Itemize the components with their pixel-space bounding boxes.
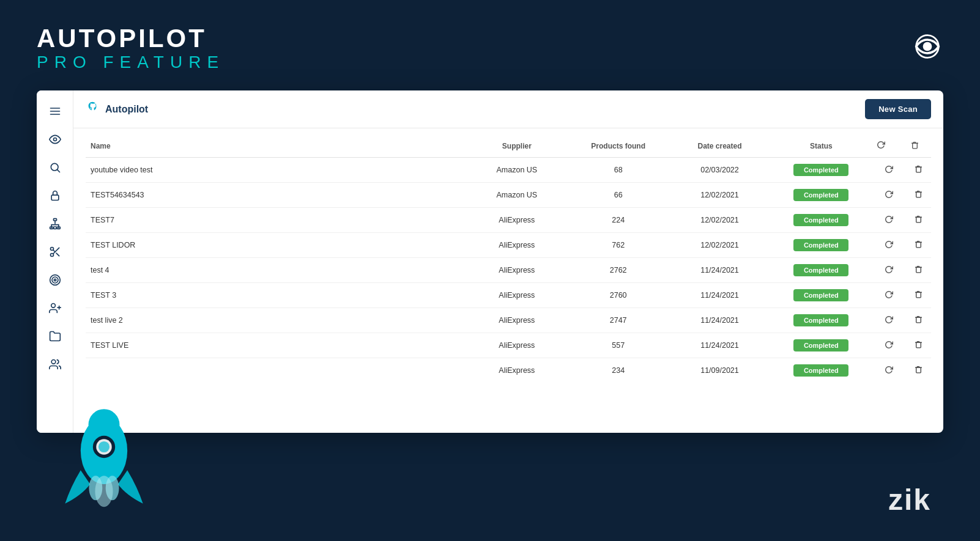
col-header-delete bbox=[906, 134, 932, 158]
sidebar-item-search[interactable] bbox=[42, 155, 69, 180]
col-header-products: Products found bbox=[568, 134, 669, 158]
sidebar-item-scissors[interactable] bbox=[42, 240, 69, 264]
main-content-box: Autopilot New Scan Name Supplier Product… bbox=[37, 90, 943, 433]
cell-refresh[interactable] bbox=[872, 308, 905, 333]
delete-icon[interactable] bbox=[915, 366, 922, 375]
cell-delete[interactable] bbox=[906, 283, 932, 308]
status-badge: Completed bbox=[793, 339, 848, 351]
cell-status: Completed bbox=[770, 358, 872, 383]
refresh-icon[interactable] bbox=[885, 165, 893, 175]
delete-icon[interactable] bbox=[915, 290, 922, 300]
refresh-icon[interactable] bbox=[885, 315, 893, 326]
delete-icon[interactable] bbox=[915, 165, 922, 175]
cell-status: Completed bbox=[770, 233, 872, 258]
sidebar-item-folder[interactable] bbox=[42, 324, 69, 348]
refresh-icon[interactable] bbox=[885, 265, 893, 276]
cell-date: 11/24/2021 bbox=[669, 308, 771, 333]
cell-name: TEST54634543 bbox=[86, 183, 466, 208]
sidebar-item-user-add[interactable] bbox=[42, 296, 69, 320]
cell-supplier: Amazon US bbox=[466, 183, 568, 208]
delete-icon[interactable] bbox=[915, 315, 922, 325]
cell-delete[interactable] bbox=[906, 158, 932, 183]
cell-name: TEST LIVE bbox=[86, 333, 466, 358]
rocket-decoration bbox=[49, 398, 159, 523]
sidebar-item-users[interactable] bbox=[42, 352, 69, 377]
cell-delete[interactable] bbox=[906, 183, 932, 208]
cell-refresh[interactable] bbox=[872, 333, 905, 358]
delete-icon[interactable] bbox=[915, 265, 922, 275]
cell-delete[interactable] bbox=[906, 208, 932, 233]
cell-refresh[interactable] bbox=[872, 283, 905, 308]
refresh-icon[interactable] bbox=[885, 366, 893, 376]
cell-refresh[interactable] bbox=[872, 258, 905, 283]
eye-icon[interactable] bbox=[911, 31, 943, 62]
delete-icon[interactable] bbox=[915, 190, 922, 200]
delete-icon[interactable] bbox=[915, 240, 922, 250]
svg-point-19 bbox=[50, 275, 60, 285]
cell-name: TEST LIDOR bbox=[86, 233, 466, 258]
header-title-main: AUTOPILOT bbox=[37, 24, 225, 53]
status-badge: Completed bbox=[793, 189, 848, 201]
cell-date: 12/02/2021 bbox=[669, 183, 771, 208]
svg-point-27 bbox=[89, 409, 120, 440]
sidebar-item-menu[interactable] bbox=[42, 99, 69, 123]
new-scan-button[interactable]: New Scan bbox=[865, 99, 931, 119]
table-row: AliExpress 234 11/09/2021 Completed bbox=[86, 358, 931, 383]
svg-point-25 bbox=[51, 360, 56, 364]
sidebar bbox=[37, 90, 73, 433]
cell-supplier: Amazon US bbox=[466, 158, 568, 183]
cell-date: 11/24/2021 bbox=[669, 283, 771, 308]
cell-date: 02/03/2022 bbox=[669, 158, 771, 183]
svg-point-6 bbox=[51, 164, 58, 171]
refresh-icon[interactable] bbox=[885, 240, 893, 251]
cell-refresh[interactable] bbox=[872, 358, 905, 383]
sidebar-item-hierarchy[interactable] bbox=[42, 212, 69, 236]
cell-products: 2760 bbox=[568, 283, 669, 308]
table-row: TEST54634543 Amazon US 66 12/02/2021 Com… bbox=[86, 183, 931, 208]
cell-refresh[interactable] bbox=[872, 208, 905, 233]
autopilot-table: Name Supplier Products found Date create… bbox=[86, 134, 931, 383]
status-badge: Completed bbox=[793, 289, 848, 301]
svg-point-1 bbox=[924, 43, 931, 50]
refresh-icon[interactable] bbox=[885, 215, 893, 226]
svg-point-33 bbox=[95, 476, 113, 507]
topbar: Autopilot New Scan bbox=[73, 90, 943, 128]
cell-name: youtube video test bbox=[86, 158, 466, 183]
cell-refresh[interactable] bbox=[872, 158, 905, 183]
cell-delete[interactable] bbox=[906, 233, 932, 258]
table-row: test live 2 AliExpress 2747 11/24/2021 C… bbox=[86, 308, 931, 333]
cell-date: 12/02/2021 bbox=[669, 208, 771, 233]
sidebar-item-eye[interactable] bbox=[42, 127, 69, 152]
cell-status: Completed bbox=[770, 258, 872, 283]
cell-products: 2747 bbox=[568, 308, 669, 333]
sidebar-item-target[interactable] bbox=[42, 268, 69, 292]
cell-delete[interactable] bbox=[906, 333, 932, 358]
cell-refresh[interactable] bbox=[872, 183, 905, 208]
sidebar-item-lock[interactable] bbox=[42, 183, 69, 208]
cell-refresh[interactable] bbox=[872, 233, 905, 258]
cell-date: 11/24/2021 bbox=[669, 258, 771, 283]
autopilot-icon bbox=[86, 101, 99, 117]
svg-point-21 bbox=[54, 279, 56, 281]
cell-supplier: AliExpress bbox=[466, 283, 568, 308]
svg-point-20 bbox=[52, 277, 58, 283]
cell-delete[interactable] bbox=[906, 308, 932, 333]
cell-delete[interactable] bbox=[906, 358, 932, 383]
refresh-icon[interactable] bbox=[885, 190, 893, 201]
cell-supplier: AliExpress bbox=[466, 333, 568, 358]
cell-status: Completed bbox=[770, 308, 872, 333]
cell-delete[interactable] bbox=[906, 258, 932, 283]
refresh-icon[interactable] bbox=[885, 290, 893, 301]
delete-icon[interactable] bbox=[915, 340, 922, 350]
delete-icon[interactable] bbox=[915, 215, 922, 225]
zik-brand: zik bbox=[888, 483, 931, 517]
table-wrapper: Name Supplier Products found Date create… bbox=[73, 128, 943, 389]
cell-products: 224 bbox=[568, 208, 669, 233]
svg-line-7 bbox=[57, 170, 59, 172]
svg-line-17 bbox=[56, 253, 59, 256]
status-badge: Completed bbox=[793, 364, 848, 377]
refresh-icon[interactable] bbox=[885, 340, 893, 351]
table-row: test 4 AliExpress 2762 11/24/2021 Comple… bbox=[86, 258, 931, 283]
cell-date: 11/24/2021 bbox=[669, 333, 771, 358]
topbar-left: Autopilot bbox=[86, 101, 148, 117]
